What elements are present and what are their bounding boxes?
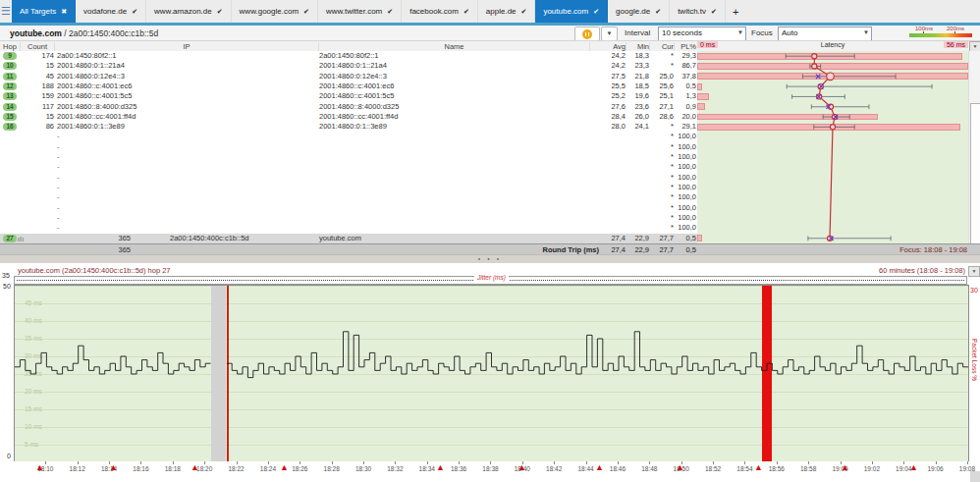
packetloss-axis-label: Packet Loss %: [971, 339, 978, 381]
event-marker-icon[interactable]: ▲: [676, 462, 684, 472]
axis-tick: [395, 461, 396, 464]
pl-cell: 100,0: [658, 223, 696, 233]
event-marker-icon[interactable]: ▲: [35, 462, 44, 472]
toolbar: youtube.com / 2a00:1450:400c:c1b::5d ▼ I…: [0, 26, 980, 40]
check-icon[interactable]: ✔: [132, 8, 137, 16]
tab-google-de[interactable]: google.de✔: [608, 0, 670, 23]
check-icon[interactable]: ✔: [463, 8, 469, 16]
col-header-count[interactable]: Count: [21, 42, 55, 51]
empty-hop-dash: -: [57, 132, 60, 141]
tab-bar: ☰ All Targets✖vodafone.de✔www.amazon.de✔…: [0, 0, 980, 26]
axis-tick: [586, 461, 587, 464]
check-icon[interactable]: ✔: [521, 8, 527, 16]
tab-facebook-com[interactable]: facebook.com✔: [402, 0, 478, 23]
latency-color-legend: 100ms 200ms: [909, 27, 972, 38]
event-marker-icon[interactable]: ▲: [754, 462, 763, 472]
count-cell: 15: [20, 112, 54, 122]
axis-tick: [903, 461, 904, 464]
pl-cell: 100,0: [658, 183, 696, 192]
col-header-name[interactable]: Name: [319, 42, 590, 51]
time-tick-label: 18:42: [541, 465, 567, 472]
tab-label: www.google.com: [240, 7, 299, 16]
timegraph-menu-button[interactable]: ▼: [968, 266, 980, 277]
event-marker-icon[interactable]: ▲: [280, 462, 289, 472]
ip-cell: 2a00:1450:400c:c1b::5d: [170, 234, 249, 243]
event-marker-icon[interactable]: ▲: [436, 462, 445, 472]
tab-www-twitter-com[interactable]: www.twitter.com✔: [318, 0, 402, 23]
latency-time-plot[interactable]: 45 ms40 ms35 ms30 ms25 ms20 ms15 ms10 ms…: [14, 285, 969, 463]
menu-icon[interactable]: ☰: [0, 0, 12, 23]
col-header-cur[interactable]: Cur: [650, 42, 675, 51]
col-header-ip[interactable]: IP: [55, 42, 319, 51]
empty-hop-dash: -: [57, 162, 60, 172]
event-marker-icon[interactable]: ▲: [109, 462, 118, 472]
col-header-pl[interactable]: PL%: [675, 42, 696, 51]
pause-button[interactable]: [574, 27, 600, 41]
axis-tick: [140, 461, 141, 464]
tab-label: www.amazon.de: [154, 7, 212, 16]
count-cell: 365: [96, 234, 131, 243]
col-header-hop[interactable]: Hop: [0, 42, 21, 51]
latency-axis-max: 50: [3, 283, 11, 290]
route-latency-graph: [697, 51, 968, 243]
check-icon[interactable]: ✔: [303, 8, 309, 16]
name-cell: 2001:4860:0:12e4::3: [319, 72, 387, 81]
check-icon[interactable]: ✔: [655, 8, 661, 16]
tab-apple-de[interactable]: apple.de✔: [478, 0, 536, 23]
col-header-avg[interactable]: Avg: [590, 42, 626, 51]
event-marker-icon[interactable]: ▲: [595, 462, 604, 472]
focus-select[interactable]: Auto▼: [778, 27, 872, 41]
check-icon[interactable]: ✔: [387, 8, 393, 16]
count-cell: 117: [20, 102, 54, 112]
check-icon[interactable]: ✔: [711, 8, 717, 16]
hop-badge: 12: [3, 82, 17, 90]
new-tab-button[interactable]: +: [726, 0, 745, 23]
axis-tick: [363, 461, 364, 464]
axis-tick: [618, 461, 619, 464]
tab-label: www.twitter.com: [326, 7, 382, 16]
count-cell: 45: [20, 72, 54, 81]
time-tick-label: 18:28: [319, 465, 345, 472]
hop-badge: 27: [3, 235, 17, 242]
table-vertical-scrollbar[interactable]: [968, 51, 980, 254]
event-marker-icon[interactable]: ▲: [909, 462, 918, 472]
tab-all-targets[interactable]: All Targets✖: [12, 0, 76, 23]
ip-cell: 2001:4860:0:1::3e89: [57, 122, 125, 132]
tab-label: facebook.com: [409, 7, 459, 16]
tab-www-amazon-de[interactable]: www.amazon.de✔: [146, 0, 232, 23]
tab-www-google-com[interactable]: www.google.com✔: [232, 0, 318, 23]
latency-column-title[interactable]: Latency: [697, 41, 968, 48]
tab-youtube-com[interactable]: youtube.com✔: [535, 0, 608, 23]
time-tick-label: 19:02: [859, 465, 885, 472]
empty-hop-dash: -: [57, 152, 60, 162]
pl-cell: 86,7: [658, 61, 696, 71]
time-tick-label: 18:30: [351, 465, 376, 472]
time-tick-label: 18:22: [224, 465, 249, 472]
scrollbar-thumb[interactable]: [970, 103, 980, 244]
event-marker-icon[interactable]: ▲: [517, 462, 526, 472]
col-header-min[interactable]: Min: [626, 42, 650, 51]
event-marker-icon[interactable]: ▲: [191, 462, 199, 472]
jitter-label: Jitter (ms): [474, 274, 509, 281]
tab-vodafone-de[interactable]: vodafone.de✔: [76, 0, 146, 23]
axis-tick: [967, 461, 968, 464]
target-ip: / 2a00:1450:400c:c1b::5d: [62, 28, 158, 38]
time-tick-label: 18:52: [700, 465, 726, 472]
table-row[interactable]: 27ılı3652a00:1450:400c:c1b::5dyoutube.co…: [0, 234, 697, 243]
hop-badge: 14: [3, 103, 17, 111]
pause-dropdown-button[interactable]: ▼: [601, 27, 618, 41]
check-icon[interactable]: ✔: [593, 8, 599, 16]
ip-cell: 2001:4860::8:4000:d325: [57, 102, 136, 112]
close-icon[interactable]: ✖: [61, 8, 67, 16]
pause-icon: [582, 29, 592, 39]
check-icon[interactable]: ✔: [217, 8, 223, 16]
axis-tick: [173, 461, 174, 464]
time-tick-label: 18:48: [636, 465, 662, 472]
ip-cell: 2001:4860:0:1::21a4: [57, 61, 125, 71]
chevron-down-icon: ▼: [863, 29, 869, 35]
interval-select[interactable]: 10 seconds▼: [658, 27, 746, 41]
pl-cell: 100,0: [658, 213, 696, 223]
focus-label: Focus: [751, 28, 773, 37]
tab-twitch-tv[interactable]: twitch.tv✔: [670, 0, 726, 23]
event-marker-icon[interactable]: ▲: [841, 462, 849, 472]
